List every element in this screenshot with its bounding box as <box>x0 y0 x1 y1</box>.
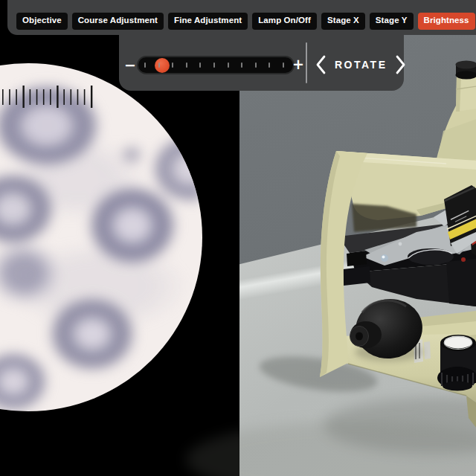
focus-knobs <box>350 295 427 363</box>
slider-tick <box>144 62 146 68</box>
toolbar-button-lamp-on-off[interactable]: Lamp On/Off <box>252 13 317 30</box>
slider-tick <box>283 62 284 68</box>
brightness-slider-track[interactable] <box>138 57 293 73</box>
ruler-short-tick <box>77 89 79 105</box>
ruler-short-tick <box>84 89 86 105</box>
ruler-short-tick <box>30 89 31 105</box>
ruler-long-tick <box>22 86 24 108</box>
slider-tick <box>186 62 187 68</box>
main-toolbar: ObjectiveCourse AdjustmentFine Adjustmen… <box>7 0 476 35</box>
ruler-long-tick <box>91 86 92 108</box>
ruler-long-tick <box>57 86 58 108</box>
panel-divider <box>306 42 307 83</box>
ruler-short-tick <box>71 89 72 105</box>
measurement-ruler <box>1 83 100 112</box>
slider-tick <box>255 62 257 68</box>
slider-tick <box>158 62 160 68</box>
chevron-right-icon[interactable] <box>395 55 406 74</box>
toolbar-button-fine-adjustment[interactable]: Fine Adjustment <box>168 13 248 30</box>
ruler-short-tick <box>50 89 51 105</box>
toolbar-button-stage-x[interactable]: Stage X <box>321 13 365 30</box>
toolbar-button-course-adjustment[interactable]: Course Adjustment <box>72 13 164 30</box>
chevron-left-icon[interactable] <box>315 55 327 74</box>
ruler-short-tick <box>43 89 45 105</box>
ruler-short-tick <box>2 89 4 105</box>
slider-tick <box>213 62 215 68</box>
toolbar-button-objective[interactable]: Objective <box>16 13 68 30</box>
slider-tick <box>228 62 229 68</box>
slider-tick <box>199 62 201 68</box>
microscope-simulator-app: { "toolbar": { "buttons": [ {"id": "obje… <box>0 0 476 476</box>
toolbar-button-brightness[interactable]: Brightness <box>418 13 475 30</box>
toolbar-button-stage-y[interactable]: Stage Y <box>370 13 414 30</box>
slider-tick <box>268 62 270 68</box>
ruler-short-tick <box>36 89 38 105</box>
slider-tick <box>241 62 242 68</box>
ruler-short-tick <box>63 89 65 105</box>
rotate-control: ROTATE <box>315 55 406 74</box>
brightness-plus-button[interactable]: + <box>292 57 304 71</box>
brightness-minus-button[interactable]: − <box>124 58 136 72</box>
slider-tick <box>172 62 173 68</box>
ruler-short-tick <box>16 89 17 105</box>
ruler-short-tick <box>9 89 10 105</box>
rotate-label: ROTATE <box>335 59 387 71</box>
brightness-slider-knob[interactable] <box>155 58 170 73</box>
